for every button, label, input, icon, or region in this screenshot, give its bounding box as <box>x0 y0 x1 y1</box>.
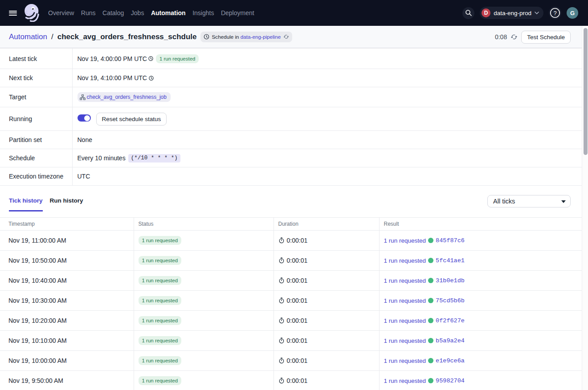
svg-text:?: ? <box>553 10 556 16</box>
